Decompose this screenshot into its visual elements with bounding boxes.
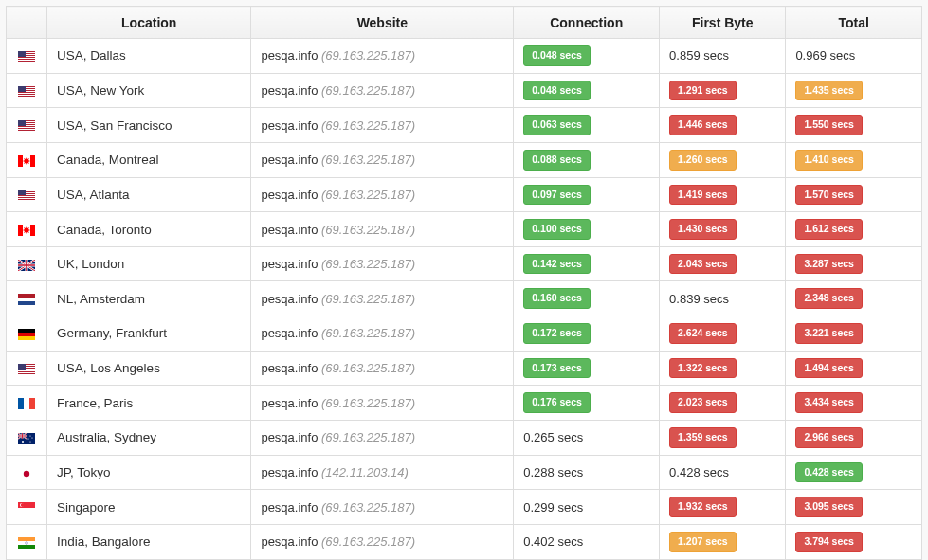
svg-rect-52 [18,364,26,370]
total-cell: 3.095 secs [786,490,922,525]
fr-flag-icon [7,386,47,421]
website-ip: (69.163.225.187) [321,292,415,306]
website-domain: pesqa.info [261,48,318,63]
website-cell: pesqa.info (69.163.225.187) [251,316,514,352]
total-cell: 3.287 secs [786,246,922,281]
first-byte-cell: 1.430 secs [660,212,786,247]
website-cell: pesqa.info (69.163.225.187) [251,281,514,316]
metric-badge: 0.048 secs [523,45,591,66]
header-location[interactable]: Location [47,7,251,39]
svg-rect-36 [18,225,23,236]
connection-cell: 0.048 secs [514,39,660,74]
jp-flag-icon [7,455,47,490]
svg-rect-33 [18,200,35,201]
location-cell: Canada, Toronto [47,212,251,247]
metric-badge: 0.176 secs [523,392,591,413]
table-row: USA, Dallaspesqa.info (69.163.225.187)0.… [7,39,922,74]
ca-flag-icon [7,142,47,177]
website-ip: (69.163.225.187) [321,500,415,515]
website-cell: pesqa.info (69.163.225.187) [251,246,514,281]
sg-flag-icon [7,490,47,525]
header-total[interactable]: Total [786,7,922,39]
first-byte-cell: 1.446 secs [660,108,786,143]
svg-rect-43 [18,333,35,336]
table-row: JP, Tokyopesqa.info (142.11.203.14)0.288… [7,455,922,490]
first-byte-cell: 1.260 secs [660,142,786,177]
first-byte-cell: 2.624 secs [660,316,786,352]
first-byte-cell: 1.932 secs [660,490,786,525]
website-domain: pesqa.info [261,118,318,133]
location-cell: NL, Amsterdam [47,281,251,316]
total-cell: 3.221 secs [786,316,922,352]
website-domain: pesqa.info [261,326,318,340]
total-cell: 2.966 secs [786,421,922,456]
connection-cell: 0.172 secs [514,316,660,352]
website-domain: pesqa.info [261,188,318,202]
first-byte-cell: 0.859 secs [660,39,786,74]
website-ip: (69.163.225.187) [321,83,415,98]
metric-badge: 1.410 secs [795,150,863,171]
website-domain: pesqa.info [261,361,318,375]
header-flag [7,7,47,39]
first-byte-cell: 1.419 secs [660,177,786,212]
location-cell: USA, Los Angeles [47,351,251,386]
svg-rect-5 [18,60,35,61]
total-cell: 1.410 secs [786,142,922,177]
svg-point-67 [21,503,25,507]
header-connection[interactable]: Connection [514,7,660,39]
metric-badge: 0.160 secs [523,288,591,309]
first-byte-cell: 2.023 secs [660,386,786,421]
svg-rect-26 [30,155,35,167]
total-cell: 3.794 secs [786,524,922,559]
svg-rect-49 [18,370,35,371]
metric-badge: 3.794 secs [795,532,863,552]
website-domain: pesqa.info [261,223,318,237]
header-first-byte[interactable]: First Byte [660,7,786,39]
svg-rect-53 [18,398,24,409]
metric-badge: 1.419 secs [669,185,737,206]
website-domain: pesqa.info [261,534,318,549]
website-ip: (142.11.203.14) [321,465,409,479]
metric-badge: 1.612 secs [795,219,863,240]
svg-point-59 [29,441,30,442]
svg-rect-41 [18,301,35,305]
metric-badge: 1.570 secs [795,185,863,206]
website-cell: pesqa.info (69.163.225.187) [251,39,514,74]
website-ip: (69.163.225.187) [321,257,415,271]
metric-badge: 3.434 secs [795,392,863,413]
ca-flag-icon [7,212,47,247]
svg-rect-25 [18,155,23,167]
website-domain: pesqa.info [261,430,318,444]
table-header-row: Location Website Connection First Byte T… [7,7,922,39]
first-byte-cell: 1.291 secs [660,73,786,108]
table-row: USA, Los Angelespesqa.info (69.163.225.1… [7,351,922,386]
us-flag-icon [7,39,47,74]
header-website[interactable]: Website [251,7,514,39]
connection-cell: 0.097 secs [514,177,660,212]
connection-cell: 0.088 secs [514,142,660,177]
svg-rect-22 [18,131,35,132]
metric-badge: 2.624 secs [669,323,737,344]
metric-badge: 0.100 secs [523,219,591,240]
table-row: India, Bangalorepesqa.info (69.163.225.1… [7,524,922,559]
us-flag-icon [7,177,47,212]
location-cell: USA, Dallas [47,39,251,74]
website-ip: (69.163.225.187) [321,188,415,202]
table-row: USA, Atlantapesqa.info (69.163.225.187)0… [7,177,922,212]
connection-cell: 0.299 secs [514,490,660,525]
website-ip: (69.163.225.187) [321,361,415,375]
connection-cell: 0.288 secs [514,455,660,490]
metric-badge: 1.260 secs [669,150,737,171]
table-row: Canada, Torontopesqa.info (69.163.225.18… [7,212,922,247]
first-byte-cell: 2.043 secs [660,246,786,281]
connection-cell: 0.048 secs [514,73,660,108]
location-cell: UK, London [47,246,251,281]
metric-badge: 1.291 secs [669,81,737,101]
connection-cell: 0.160 secs [514,281,660,316]
connection-cell: 0.063 secs [514,108,660,143]
metric-badge: 3.221 secs [795,323,863,344]
svg-rect-23 [18,120,26,126]
svg-point-58 [31,437,32,438]
website-cell: pesqa.info (69.163.225.187) [251,351,514,386]
website-domain: pesqa.info [261,292,318,306]
